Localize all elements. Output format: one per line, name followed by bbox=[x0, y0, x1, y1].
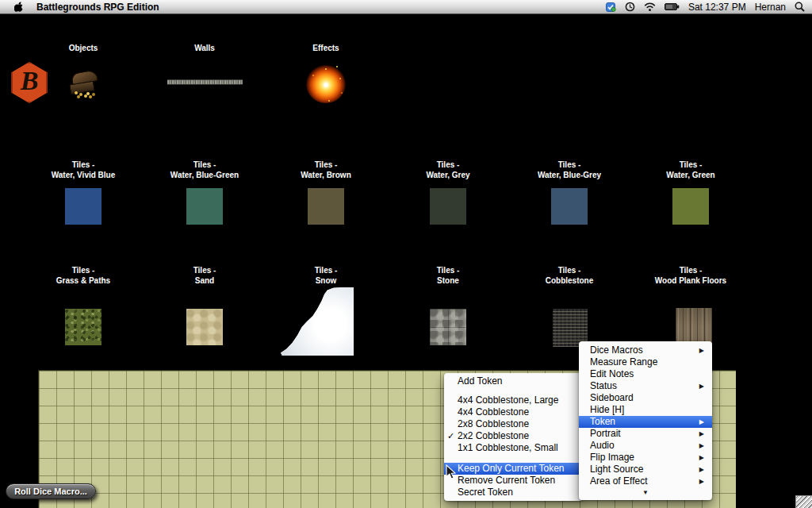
time-machine-clock-icon[interactable] bbox=[625, 2, 635, 12]
battlegrounds-logo: B bbox=[11, 62, 48, 103]
tile-swatch-water-vivid-blue[interactable] bbox=[65, 188, 102, 225]
menu-item-keep-only-current-token[interactable]: Keep Only Current Token bbox=[444, 463, 583, 475]
mouse-cursor bbox=[446, 464, 456, 483]
submenu-arrow-icon: ▶ bbox=[699, 380, 704, 392]
tile-label-sand: Tiles -Sand bbox=[144, 265, 265, 286]
menu-item-2x2-cobblestone[interactable]: ✓ 2x2 Cobblestone bbox=[444, 430, 583, 442]
wifi-icon[interactable] bbox=[644, 2, 656, 11]
menu-item-audio[interactable]: Audio ▶ bbox=[579, 440, 712, 452]
explosion-effect-thumbnail[interactable] bbox=[306, 65, 346, 103]
menu-item-4x4-cobblestone-large[interactable]: 4x4 Cobblestone, Large bbox=[444, 394, 583, 406]
menu-item-secret-token[interactable]: Secret Token bbox=[444, 487, 583, 498]
menu-item-sideboard[interactable]: Sideboard bbox=[579, 392, 712, 404]
menu-item-add-token[interactable]: Add Token bbox=[444, 375, 583, 387]
logo-b-letter: B bbox=[21, 66, 39, 96]
menu-item-area-of-effect[interactable]: Area of Effect ▶ bbox=[579, 475, 712, 487]
menu-scroll-down-arrow[interactable]: ▼ bbox=[579, 487, 712, 498]
tile-swatch-water-grey[interactable] bbox=[430, 188, 466, 225]
menu-item-dice-macros[interactable]: Dice Macros ▶ bbox=[579, 344, 712, 356]
palette-header-walls: Walls bbox=[144, 44, 265, 52]
checkmark-icon: ✓ bbox=[447, 430, 457, 442]
tile-swatch-water-blue-green[interactable] bbox=[186, 188, 223, 225]
menu-bar-status-area: Sat 12:37 PM Hernan bbox=[606, 2, 805, 13]
tile-swatch-stone[interactable] bbox=[430, 309, 466, 345]
submenu-arrow-icon: ▶ bbox=[699, 416, 704, 428]
menu-bar-clock[interactable]: Sat 12:37 PM bbox=[688, 2, 746, 13]
apple-menu-icon[interactable] bbox=[14, 2, 23, 12]
tile-label-water-brown: Tiles -Water, Brown bbox=[266, 160, 386, 180]
tile-swatch-snow[interactable] bbox=[281, 287, 354, 356]
tile-label-water-blue-grey: Tiles -Water, Blue-Grey bbox=[509, 160, 630, 180]
tile-label-water-green: Tiles -Water, Green bbox=[630, 160, 751, 180]
tile-swatch-water-green[interactable] bbox=[672, 188, 709, 225]
palette-header-objects: Objects bbox=[23, 44, 144, 52]
submenu-arrow-icon: ▶ bbox=[699, 475, 704, 487]
tile-label-wood-plank-floors: Tiles -Wood Plank Floors bbox=[630, 265, 751, 286]
tile-swatch-grass-paths[interactable] bbox=[65, 309, 102, 345]
tile-label-water-grey: Tiles -Water, Grey bbox=[388, 160, 508, 180]
wall-texture-thumbnail[interactable] bbox=[167, 79, 243, 85]
submenu-arrow-icon: ▶ bbox=[699, 440, 704, 452]
treasure-chest-object-thumbnail[interactable] bbox=[67, 70, 102, 98]
menu-item-token[interactable]: Token ▶ bbox=[579, 416, 712, 428]
submenu-arrow-icon: ▶ bbox=[699, 428, 704, 440]
menu-item-flip-image[interactable]: Flip Image ▶ bbox=[579, 452, 712, 464]
user-switch-menu[interactable]: Hernan bbox=[755, 2, 786, 13]
tile-label-snow: Tiles -Snow bbox=[266, 265, 386, 286]
tile-swatch-water-blue-grey[interactable] bbox=[551, 188, 588, 225]
menu-bar: Battlegrounds RPG Edition Sat 12:37 PM H… bbox=[0, 0, 812, 14]
tile-label-stone: Tiles -Stone bbox=[388, 265, 508, 286]
tile-label-grass-paths: Tiles -Grass & Paths bbox=[23, 265, 144, 286]
roll-dice-macro-button[interactable]: Roll Dice Macro... bbox=[6, 483, 96, 499]
menu-item-1x1-cobblestone-small[interactable]: 1x1 Cobblestone, Small bbox=[444, 442, 583, 454]
app-menu-title[interactable]: Battlegrounds RPG Edition bbox=[36, 2, 159, 13]
menu-separator bbox=[444, 454, 583, 463]
tile-swatch-water-brown[interactable] bbox=[308, 188, 344, 225]
palette-header-effects: Effects bbox=[266, 44, 386, 52]
menu-item-light-source[interactable]: Light Source ▶ bbox=[579, 464, 712, 475]
menu-item-remove-current-token[interactable]: Remove Current Token bbox=[444, 475, 583, 487]
submenu-arrow-icon: ▶ bbox=[699, 452, 704, 464]
spotlight-search-icon[interactable] bbox=[795, 2, 805, 12]
menu-item-measure-range[interactable]: Measure Range bbox=[579, 356, 712, 368]
menu-separator bbox=[444, 387, 583, 394]
menu-item-4x4-cobblestone[interactable]: 4x4 Cobblestone bbox=[444, 406, 583, 418]
token-submenu: Add Token 4x4 Cobblestone, Large 4x4 Cob… bbox=[444, 373, 583, 501]
tile-label-cobblestone: Tiles -Cobblestone bbox=[509, 265, 630, 286]
window-resize-grip[interactable] bbox=[795, 495, 812, 508]
token-context-menu: Dice Macros ▶ Measure Range Edit Notes S… bbox=[579, 341, 712, 500]
tile-label-water-vivid-blue: Tiles -Water, Vivid Blue bbox=[23, 160, 144, 180]
dropbox-icon[interactable] bbox=[606, 2, 616, 12]
chest-coins bbox=[75, 91, 78, 94]
menu-item-status[interactable]: Status ▶ bbox=[579, 380, 712, 392]
menu-item-2x8-cobblestone[interactable]: 2x8 Cobblestone bbox=[444, 418, 583, 430]
tile-swatch-sand[interactable] bbox=[186, 309, 223, 345]
menu-item-portrait[interactable]: Portrait ▶ bbox=[579, 428, 712, 440]
menu-item-edit-notes[interactable]: Edit Notes bbox=[579, 368, 712, 380]
submenu-arrow-icon: ▶ bbox=[699, 344, 704, 356]
menu-item-hide[interactable]: Hide [H] bbox=[579, 404, 712, 416]
battery-icon[interactable] bbox=[665, 3, 680, 10]
tile-label-water-blue-green: Tiles -Water, Blue-Green bbox=[144, 160, 265, 180]
submenu-arrow-icon: ▶ bbox=[699, 464, 704, 475]
